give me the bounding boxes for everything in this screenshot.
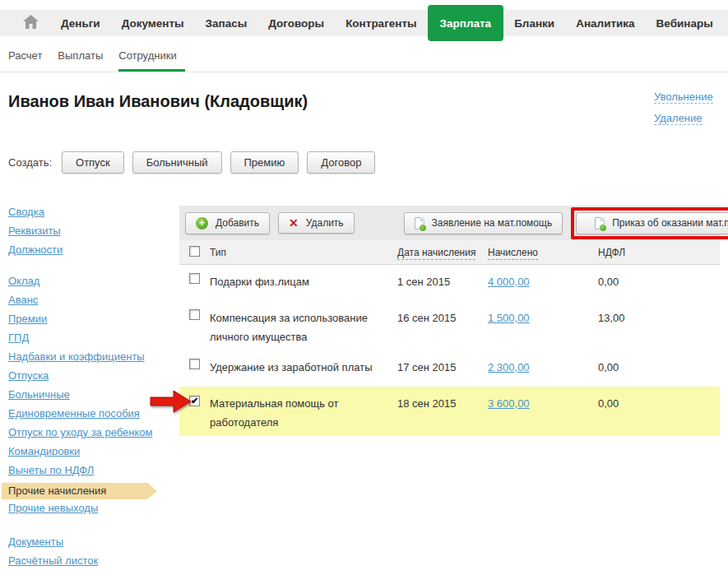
sidebar-item-summary[interactable]: Сводка bbox=[8, 206, 177, 225]
page-title: Иванов Иван Иванович (Кладовщик) bbox=[8, 92, 308, 111]
create-vacation-button[interactable]: Отпуск bbox=[62, 151, 124, 174]
document-plus-icon bbox=[595, 217, 605, 230]
sidebar-item-base-salary[interactable]: Оклад bbox=[8, 275, 177, 294]
table-row: Удержание из заработной платы 17 сен 201… bbox=[179, 350, 720, 387]
cell-ndfl: 0,00 bbox=[598, 394, 720, 413]
sidebar-item-advance[interactable]: Аванс bbox=[8, 294, 177, 313]
table-row: Подарки физ.лицам 1 сен 2015 4 000,00 0,… bbox=[179, 265, 720, 301]
top-navbar: Деньги Документы Запасы Договоры Контраг… bbox=[0, 10, 728, 36]
nav-item-documents[interactable]: Документы bbox=[111, 17, 195, 30]
document-plus-icon bbox=[415, 217, 424, 230]
nav-item-counterparties[interactable]: Контрагенты bbox=[335, 17, 427, 30]
cell-type: Подарки физ.лицам bbox=[210, 272, 397, 291]
select-all-checkbox[interactable] bbox=[189, 246, 200, 257]
row-checkbox-cell bbox=[179, 358, 210, 372]
sidebar-item-other-absences[interactable]: Прочие невыходы bbox=[8, 502, 177, 521]
cell-type: Компенсация за использование личного иму… bbox=[210, 308, 397, 346]
cell-date: 16 сен 2015 bbox=[397, 308, 488, 327]
sidebar-group-general: Сводка Реквизиты Должности bbox=[8, 206, 177, 262]
column-date[interactable]: Дата начисления bbox=[397, 247, 488, 258]
dismissal-link[interactable]: Увольнение bbox=[654, 90, 713, 104]
cell-ndfl: 0,00 bbox=[598, 272, 720, 291]
sidebar-item-documents[interactable]: Документы bbox=[8, 536, 177, 554]
add-button-label: Добавить bbox=[216, 217, 259, 229]
create-sick-leave-button[interactable]: Больничный bbox=[132, 151, 222, 174]
cell-accrued: 3 600,00 bbox=[488, 394, 598, 413]
sidebar-item-other-accruals[interactable]: Прочие начисления bbox=[2, 483, 147, 499]
sidebar-item-details[interactable]: Реквизиты bbox=[8, 225, 177, 243]
row-checkbox-cell bbox=[179, 272, 210, 286]
material-aid-statement-label: Заявление на мат.помощь bbox=[432, 217, 553, 229]
material-aid-order-label: Приказ об оказании мат.помощи bbox=[612, 217, 728, 229]
cell-accrued: 2 300,00 bbox=[488, 358, 598, 377]
annotation-red-box: Приказ об оказании мат.помощи bbox=[571, 207, 728, 239]
cell-date: 17 сен 2015 bbox=[397, 358, 488, 377]
create-contract-button[interactable]: Договор bbox=[307, 151, 375, 174]
header-checkbox-cell bbox=[179, 246, 210, 259]
cross-icon: ✕ bbox=[289, 217, 299, 229]
plus-icon: + bbox=[196, 217, 208, 230]
material-aid-statement-button[interactable]: Заявление на мат.помощь bbox=[404, 212, 563, 234]
sidebar-item-bonuses[interactable]: Премии bbox=[8, 313, 177, 332]
cell-accrued: 1 500,00 bbox=[488, 308, 598, 327]
sidebar-item-child-care-leave[interactable]: Отпуск по уходу за ребенком bbox=[8, 426, 177, 445]
nav-item-webinars[interactable]: Вебинары bbox=[646, 17, 724, 30]
sidebar-group-documents: Документы Расчётный листок bbox=[8, 536, 177, 573]
material-aid-order-button[interactable]: Приказ об оказании мат.помощи bbox=[576, 212, 728, 234]
row-checkbox-cell bbox=[179, 308, 210, 322]
annotation-red-arrow bbox=[149, 388, 193, 415]
cell-type: Материальная помощь от работодателя bbox=[210, 394, 397, 432]
column-ndfl: НДФЛ bbox=[598, 247, 720, 258]
tab-payments[interactable]: Выплаты bbox=[58, 49, 106, 72]
delete-button[interactable]: ✕ Удалить bbox=[278, 212, 355, 234]
tab-employees[interactable]: Сотрудники bbox=[118, 49, 184, 72]
cell-ndfl: 0,00 bbox=[598, 358, 720, 377]
home-icon bbox=[23, 15, 39, 32]
nav-item-analytics[interactable]: Аналитика bbox=[565, 17, 645, 30]
header-divider bbox=[0, 72, 728, 72]
tab-calculation[interactable]: Расчет bbox=[8, 49, 45, 72]
table-row: Компенсация за использование личного иму… bbox=[179, 301, 720, 350]
employee-actions: Увольнение Удаление bbox=[654, 90, 713, 133]
sidebar-item-allowances[interactable]: Надбавки и коэффициенты bbox=[8, 350, 177, 369]
accrued-amount-link[interactable]: 1 500,00 bbox=[488, 312, 530, 324]
accrued-amount-link[interactable]: 2 300,00 bbox=[488, 361, 530, 373]
sidebar-item-vacations[interactable]: Отпуска bbox=[8, 369, 177, 388]
nav-item-salary[interactable]: Зарплата bbox=[428, 5, 504, 41]
top-navbar-inner: Деньги Документы Запасы Договоры Контраг… bbox=[0, 10, 728, 36]
nav-item-money[interactable]: Деньги bbox=[50, 17, 111, 30]
column-type: Тип bbox=[210, 247, 397, 258]
create-label: Создать: bbox=[8, 156, 52, 169]
cell-date: 1 сен 2015 bbox=[397, 272, 488, 291]
accrued-amount-link[interactable]: 3 600,00 bbox=[488, 397, 530, 410]
nav-item-blanks[interactable]: Бланки bbox=[503, 17, 565, 30]
delete-button-label: Удалить bbox=[306, 217, 344, 229]
sidebar-item-business-trips[interactable]: Командировки bbox=[8, 445, 177, 464]
sidebar-item-payslip[interactable]: Расчётный листок bbox=[8, 554, 177, 573]
cell-date: 18 сен 2015 bbox=[397, 394, 488, 413]
row-checkbox[interactable] bbox=[189, 359, 200, 369]
accruals-toolbar: + Добавить ✕ Удалить Заявление на мат.по… bbox=[179, 206, 720, 240]
table-row-selected: ✔ Материальная помощь от работодателя 18… bbox=[179, 387, 720, 436]
salary-subnav: Расчет Выплаты Сотрудники bbox=[8, 49, 197, 72]
accruals-table: + Добавить ✕ Удалить Заявление на мат.по… bbox=[179, 206, 720, 436]
nav-item-stock[interactable]: Запасы bbox=[195, 17, 258, 30]
cell-ndfl: 13,00 bbox=[598, 308, 720, 327]
cell-type: Удержание из заработной платы bbox=[210, 358, 397, 377]
table-header: Тип Дата начисления Начислено НДФЛ bbox=[179, 240, 720, 265]
row-checkbox[interactable] bbox=[189, 309, 200, 320]
create-row: Создать: Отпуск Больничный Премию Догово… bbox=[8, 151, 383, 174]
deletion-link[interactable]: Удаление bbox=[654, 112, 702, 125]
column-accrued[interactable]: Начислено bbox=[488, 247, 598, 258]
cell-accrued: 4 000,00 bbox=[488, 272, 598, 291]
sidebar-item-gpd[interactable]: ГПД bbox=[8, 332, 177, 350]
sidebar-item-positions[interactable]: Должности bbox=[8, 243, 177, 262]
row-checkbox[interactable] bbox=[189, 273, 200, 284]
create-bonus-button[interactable]: Премию bbox=[230, 151, 299, 174]
accrued-amount-link[interactable]: 4 000,00 bbox=[488, 276, 530, 288]
nav-item-contracts[interactable]: Договоры bbox=[257, 17, 335, 30]
add-button[interactable]: + Добавить bbox=[185, 212, 270, 234]
home-button[interactable] bbox=[23, 15, 39, 32]
sidebar-item-ndfl-deductions[interactable]: Вычеты по НДФЛ bbox=[8, 464, 177, 483]
nav-item-reports[interactable]: Отчеты bbox=[724, 17, 728, 30]
